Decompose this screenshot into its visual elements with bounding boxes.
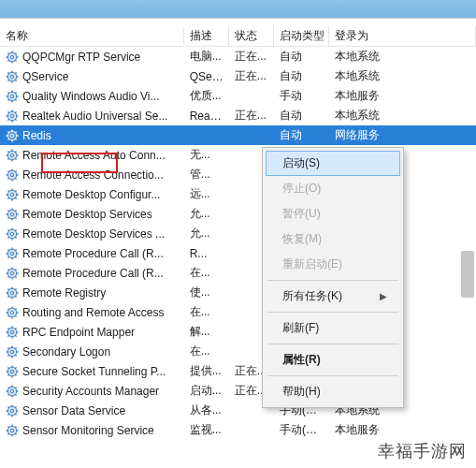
svg-line-107 — [15, 256, 16, 257]
gear-icon — [6, 149, 19, 162]
service-desc: 电脑... — [184, 47, 229, 67]
service-status — [229, 86, 274, 106]
service-row[interactable]: Remote Access Auto Conn...无...手动本地系统 — [0, 145, 476, 165]
service-name: Realtek Audio Universal Se... — [22, 110, 167, 123]
service-row[interactable]: Redis自动网络服务 — [0, 125, 476, 145]
service-row[interactable]: Realtek Audio Universal Se...Realt...正在.… — [0, 106, 476, 125]
svg-line-167 — [15, 374, 16, 375]
service-row[interactable]: QServiceQSer...正在...自动本地系统 — [0, 66, 476, 86]
service-desc: 无... — [184, 145, 229, 165]
service-row[interactable]: Routing and Remote Access在...本地系统 — [0, 302, 476, 322]
svg-line-29 — [7, 99, 8, 100]
ctx-restart: 重新启动(E) — [266, 252, 400, 277]
ctx-separator — [267, 344, 398, 344]
gear-icon — [6, 188, 19, 201]
service-desc: 从各... — [184, 401, 229, 420]
gear-icon — [6, 168, 19, 182]
service-row[interactable]: Remote Access Connectio...管...本地系统 — [0, 165, 476, 184]
service-row[interactable]: Security Accounts Manager启动...正在...自动本地系… — [0, 381, 476, 401]
svg-line-146 — [7, 328, 8, 329]
svg-line-89 — [7, 217, 8, 218]
service-logon: 网络服务 — [329, 125, 476, 145]
service-desc: 远... — [184, 184, 229, 204]
service-desc: Realt... — [184, 106, 229, 125]
service-name: QQPCMgr RTP Service — [22, 51, 140, 64]
gear-icon — [6, 267, 19, 280]
gear-icon — [6, 227, 19, 241]
svg-line-17 — [15, 80, 16, 80]
svg-line-119 — [7, 276, 8, 277]
svg-line-169 — [7, 374, 8, 375]
vertical-scrollbar-thumb[interactable] — [461, 251, 474, 298]
svg-line-68 — [15, 170, 16, 171]
gear-icon — [6, 208, 19, 221]
table-header-row: 名称 描述 状态 启动类型 登录为 — [0, 26, 476, 47]
service-row[interactable]: Remote Registry使...本地服务 — [0, 283, 476, 302]
gear-icon — [6, 70, 19, 83]
svg-line-108 — [15, 249, 16, 250]
col-header-start[interactable]: 启动类型 — [274, 26, 329, 47]
svg-line-137 — [15, 315, 16, 316]
gear-icon — [6, 110, 19, 123]
svg-line-38 — [15, 111, 16, 112]
service-logon: 本地服务 — [329, 86, 476, 106]
service-row[interactable]: Sensor Monitoring Service监视...手动(触发...本地… — [0, 420, 476, 440]
svg-line-28 — [15, 92, 16, 93]
ctx-all-tasks[interactable]: 所有任务(K) ▶ — [266, 284, 400, 309]
ctx-stop: 停止(O) — [266, 176, 400, 201]
ctx-start[interactable]: 启动(S) — [266, 151, 400, 176]
ctx-properties[interactable]: 属性(R) — [266, 347, 400, 373]
service-logon: 本地系统 — [329, 106, 476, 125]
gear-icon — [6, 404, 19, 417]
gear-icon — [6, 90, 19, 103]
gear-icon — [6, 129, 19, 142]
services-table: 名称 描述 状态 启动类型 登录为 QQPCMgr RTP Service电脑.… — [0, 26, 476, 440]
ctx-separator — [267, 375, 398, 376]
svg-line-59 — [7, 158, 8, 159]
col-header-desc[interactable]: 描述 — [184, 26, 229, 47]
svg-line-109 — [7, 256, 8, 257]
service-row[interactable]: RPC Endpoint Mapper解...网络服务 — [0, 322, 476, 342]
service-desc: 在... — [184, 263, 229, 283]
col-header-name[interactable]: 名称 — [0, 26, 184, 47]
service-desc: 允... — [184, 204, 229, 224]
service-status — [229, 125, 274, 145]
service-name: RPC Endpoint Mapper — [22, 326, 135, 339]
service-row[interactable]: Remote Procedure Call (R...R...网络服务 — [0, 243, 476, 263]
window-titlebar — [0, 0, 476, 19]
svg-line-117 — [15, 276, 16, 277]
service-row[interactable]: Secondary Logon在...本地系统 — [0, 342, 476, 361]
svg-line-67 — [15, 178, 16, 179]
service-row[interactable]: Remote Procedure Call (R...在...网络服务 — [0, 263, 476, 283]
svg-line-16 — [7, 72, 8, 73]
svg-line-78 — [15, 190, 16, 191]
col-header-logon[interactable]: 登录为 — [329, 26, 476, 47]
ctx-pause: 暂停(U) — [266, 201, 400, 227]
service-desc — [184, 125, 229, 145]
svg-line-198 — [15, 426, 16, 427]
gear-icon — [6, 365, 19, 378]
ctx-help[interactable]: 帮助(H) — [266, 379, 400, 404]
svg-line-129 — [7, 296, 8, 297]
service-row[interactable]: Remote Desktop Configur...远...本地系统 — [0, 184, 476, 204]
service-name: Remote Access Connectio... — [22, 168, 164, 182]
svg-line-36 — [7, 111, 8, 112]
gear-icon — [6, 247, 19, 260]
svg-line-188 — [15, 406, 16, 407]
svg-line-128 — [15, 288, 16, 289]
col-header-status[interactable]: 状态 — [229, 26, 274, 47]
service-row[interactable]: QQPCMgr RTP Service电脑...正在...自动本地系统 — [0, 47, 476, 67]
service-status — [229, 420, 274, 440]
service-row[interactable]: Secure Socket Tunneling P...提供...正在...手动… — [0, 361, 476, 381]
service-start-type: 自动 — [274, 47, 329, 67]
svg-line-57 — [15, 158, 16, 159]
service-row[interactable]: Remote Desktop Services允...网络服务 — [0, 204, 476, 224]
svg-line-189 — [7, 414, 8, 415]
service-row[interactable]: Remote Desktop Services ...允...本地系统 — [0, 224, 476, 243]
ctx-refresh[interactable]: 刷新(F) — [266, 315, 400, 341]
service-row[interactable]: Quality Windows Audio Vi...优质...手动本地服务 — [0, 86, 476, 106]
service-row[interactable]: Sensor Data Service从各...手动(触发...本地系统 — [0, 401, 476, 420]
svg-line-199 — [7, 433, 8, 434]
service-start-type: 手动 — [274, 86, 329, 106]
service-name: Remote Access Auto Conn... — [22, 149, 166, 162]
